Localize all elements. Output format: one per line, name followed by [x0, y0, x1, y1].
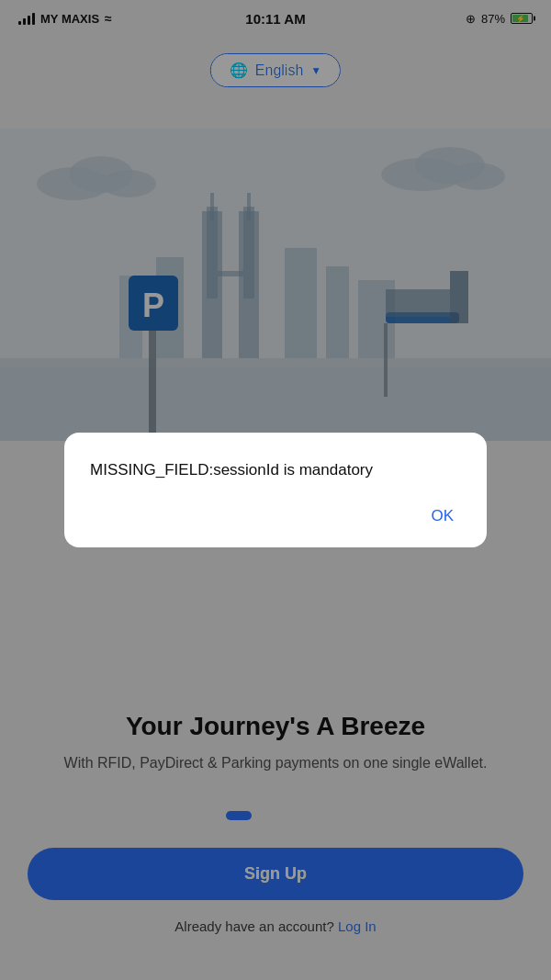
modal-dialog: MISSING_FIELD:sessionId is mandatory OK: [64, 433, 487, 548]
modal-ok-button[interactable]: OK: [423, 503, 461, 529]
modal-actions: OK: [90, 503, 461, 529]
modal-message: MISSING_FIELD:sessionId is mandatory: [90, 458, 461, 482]
modal-overlay: MISSING_FIELD:sessionId is mandatory OK: [0, 0, 551, 980]
